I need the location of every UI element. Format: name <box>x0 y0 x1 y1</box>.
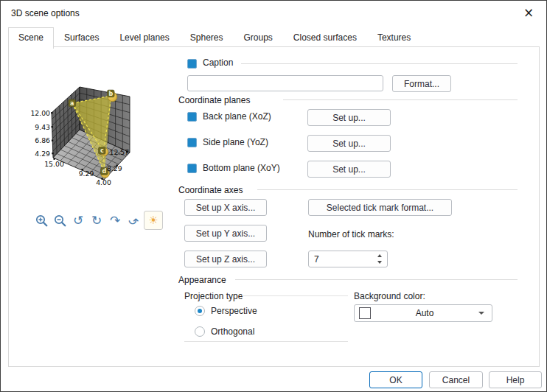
stepper-down-icon[interactable] <box>377 261 382 264</box>
back-plane-label: Back plane (XoZ) <box>203 111 271 122</box>
setup-y-axis-button[interactable]: Set up Y axis... <box>184 225 267 242</box>
svg-text:a: a <box>70 100 74 107</box>
orthogonal-label[interactable]: Orthogonal <box>211 326 254 337</box>
dialog-3d-scene-options: 3D scene options × Scene Surfaces Level … <box>0 0 547 392</box>
z-axis-tick: 6.86 <box>35 136 50 144</box>
back-plane-checkbox[interactable] <box>187 112 197 122</box>
divider <box>184 341 348 342</box>
divider <box>257 189 518 190</box>
side-plane-label: Side plane (YoZ) <box>203 137 268 147</box>
dialog-title: 3D scene options <box>11 8 80 18</box>
preview-toolbar: ↺ ↻ ↷ ↷ ☀ <box>28 209 168 231</box>
perspective-label[interactable]: Perspective <box>211 306 257 316</box>
tab-level-planes[interactable]: Level planes <box>109 27 179 48</box>
color-swatch <box>359 307 371 319</box>
tab-spheres[interactable]: Spheres <box>180 27 234 48</box>
section-coordinate-axes: Coordinate axes <box>178 185 243 195</box>
z-axis-tick: 12.00 <box>31 109 50 117</box>
tab-bar: Scene Surfaces Level planes Spheres Grou… <box>8 27 421 48</box>
side-plane-setup-button[interactable]: Set up... <box>307 135 391 152</box>
help-button[interactable]: Help <box>489 371 542 388</box>
tick-count-stepper[interactable] <box>308 251 388 267</box>
bottom-plane-label: Bottom plane (XoY) <box>203 163 280 173</box>
selected-tick-mark-format-button[interactable]: Selected tick mark format... <box>308 199 452 216</box>
setup-x-axis-button[interactable]: Set up X axis... <box>184 199 267 216</box>
zoom-in-icon[interactable] <box>33 211 49 230</box>
rotate-right-icon[interactable]: ↻ <box>88 211 105 230</box>
scene-3d-preview[interactable]: a b c d 12.00 9.43 <box>31 81 143 190</box>
y-axis-tick: 8.29 <box>107 164 122 172</box>
svg-text:c: c <box>100 147 104 154</box>
bottom-plane-setup-button[interactable]: Set up... <box>307 161 391 178</box>
orthogonal-radio[interactable] <box>195 326 205 337</box>
svg-text:b: b <box>108 91 113 97</box>
background-color-dropdown[interactable]: Auto <box>354 304 492 322</box>
divider <box>235 279 518 280</box>
background-color-value: Auto <box>371 308 478 318</box>
caption-input[interactable] <box>187 75 383 91</box>
section-coordinate-planes: Coordinate planes <box>178 95 250 105</box>
caption-checkbox[interactable] <box>187 59 197 69</box>
tab-groups[interactable]: Groups <box>233 27 282 48</box>
caption-label: Caption <box>203 57 233 68</box>
y-axis-tick: 12.57 <box>110 148 130 156</box>
x-axis-tick: 15.00 <box>44 160 64 168</box>
x-axis-tick: 4.00 <box>96 178 111 186</box>
tab-textures[interactable]: Textures <box>367 27 421 48</box>
divider <box>283 99 518 100</box>
rotate-left-icon[interactable]: ↺ <box>70 211 86 230</box>
tab-scene[interactable]: Scene <box>8 27 54 49</box>
back-plane-setup-button[interactable]: Set up... <box>307 109 391 126</box>
title-bar: 3D scene options × <box>1 1 546 26</box>
tick-count-input[interactable] <box>309 254 377 265</box>
tab-closed-surfaces[interactable]: Closed surfaces <box>283 27 367 48</box>
ok-button[interactable]: OK <box>369 371 422 388</box>
chevron-down-icon <box>478 312 484 315</box>
side-plane-checkbox[interactable] <box>187 138 197 147</box>
z-axis-tick: 4.29 <box>35 150 50 158</box>
divider <box>242 295 348 296</box>
tab-surfaces[interactable]: Surfaces <box>54 27 109 48</box>
perspective-radio[interactable] <box>195 306 205 316</box>
rotate-back-icon[interactable]: ↷ <box>125 211 142 230</box>
format-button[interactable]: Format... <box>392 75 451 92</box>
light-icon[interactable]: ☀ <box>144 211 163 230</box>
zoom-out-icon[interactable] <box>52 211 68 230</box>
rotate-forward-icon[interactable]: ↷ <box>107 211 123 230</box>
stepper-up-icon[interactable] <box>377 254 382 257</box>
tab-content-scene: a b c d 12.00 9.43 <box>8 46 540 367</box>
projection-type-label: Projection type <box>184 291 243 301</box>
bottom-plane-checkbox[interactable] <box>187 164 197 173</box>
cancel-button[interactable]: Cancel <box>429 371 483 388</box>
divider <box>241 63 518 64</box>
z-axis-tick: 9.43 <box>35 123 50 131</box>
svg-text:d: d <box>102 168 106 175</box>
tick-count-label: Number of tick marks: <box>308 229 394 239</box>
x-axis-tick: 9.29 <box>79 169 94 178</box>
close-icon[interactable]: × <box>520 4 537 21</box>
background-color-label: Background color: <box>354 291 425 301</box>
setup-z-axis-button[interactable]: Set up Z axis... <box>184 251 267 267</box>
section-appearance: Appearance <box>178 275 226 285</box>
